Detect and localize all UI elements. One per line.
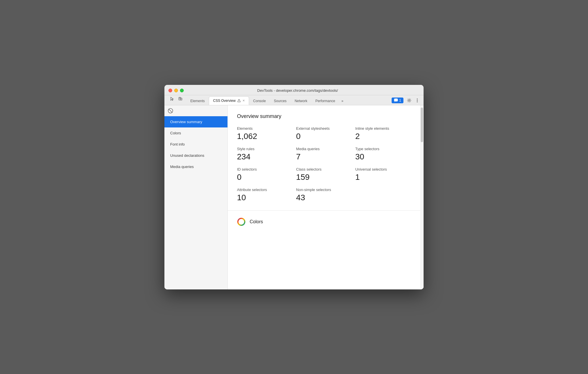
svg-point-6: [417, 98, 418, 99]
stat-elements: Elements 1,062: [237, 126, 296, 141]
stat-style-rules-value: 234: [237, 152, 296, 161]
svg-point-11: [238, 218, 245, 225]
stat-type-selectors-value: 30: [355, 152, 414, 161]
stat-external-stylesheets: External stylesheets 0: [296, 126, 355, 141]
stat-non-simple-selectors-label: Non-simple selectors: [296, 188, 355, 192]
stat-class-selectors-value: 159: [296, 173, 355, 182]
devtools-window: DevTools - developer.chrome.com/tags/dev…: [164, 85, 424, 289]
stat-universal-selectors-value: 1: [355, 173, 414, 182]
sidebar-item-font-info[interactable]: Font info: [164, 139, 227, 150]
svg-point-5: [409, 100, 410, 101]
stat-non-simple-selectors-value: 43: [296, 193, 355, 202]
stat-non-simple-selectors: Non-simple selectors 43: [296, 188, 355, 202]
stat-inline-style-value: 2: [355, 132, 414, 141]
tab-elements[interactable]: Elements: [186, 97, 209, 105]
stat-media-queries-label: Media queries: [296, 147, 355, 151]
stat-class-selectors-label: Class selectors: [296, 167, 355, 171]
stat-inline-style-label: Inline style elements: [355, 126, 414, 131]
stat-external-stylesheets-value: 0: [296, 132, 355, 141]
notification-button[interactable]: 1: [392, 98, 403, 103]
flask-icon: [237, 99, 241, 102]
tab-network[interactable]: Network: [291, 97, 311, 105]
svg-rect-1: [179, 98, 180, 99]
tab-css-overview[interactable]: CSS Overview ✕: [209, 96, 249, 105]
svg-rect-2: [181, 98, 182, 100]
window-title: DevTools - developer.chrome.com/tags/dev…: [187, 88, 408, 93]
svg-point-8: [417, 101, 418, 102]
stats-grid: Elements 1,062 External stylesheets 0 In…: [237, 126, 414, 202]
close-button[interactable]: [168, 89, 172, 92]
sidebar-item-unused-declarations[interactable]: Unused declarations: [164, 150, 227, 161]
tabs-bar: Elements CSS Overview ✕ Console Sources …: [164, 95, 424, 105]
stat-universal-selectors: Universal selectors 1: [355, 167, 414, 182]
devtools-body: Overview summary Colors Font info Unused…: [164, 105, 424, 289]
more-options-button[interactable]: [415, 98, 420, 103]
more-vertical-icon: [417, 98, 418, 103]
svg-line-10: [169, 109, 172, 112]
more-tabs-button[interactable]: »: [339, 97, 346, 105]
stat-attribute-selectors-label: Attribute selectors: [237, 188, 296, 192]
sidebar-item-colors[interactable]: Colors: [164, 127, 227, 139]
device-icon: [178, 97, 183, 101]
stat-style-rules: Style rules 234: [237, 147, 296, 161]
stat-media-queries-value: 7: [296, 152, 355, 161]
main-content: Overview summary Elements 1,062 External…: [228, 105, 424, 289]
svg-point-7: [417, 100, 418, 101]
colors-section-title: Colors: [250, 219, 263, 224]
stat-type-selectors: Type selectors 30: [355, 147, 414, 161]
minimize-button[interactable]: [174, 89, 178, 92]
tab-performance[interactable]: Performance: [311, 97, 339, 105]
scrollbar-thumb[interactable]: [421, 108, 423, 142]
stat-attribute-selectors-value: 10: [237, 193, 296, 202]
block-icon: [168, 108, 173, 113]
sidebar-item-overview-summary[interactable]: Overview summary: [164, 116, 227, 127]
tab-close-icon[interactable]: ✕: [242, 99, 245, 102]
traffic-lights: [168, 89, 184, 92]
stat-id-selectors: ID selectors 0: [237, 167, 296, 182]
sidebar-header: [164, 105, 227, 116]
settings-button[interactable]: [405, 98, 413, 103]
sidebar-nav: Overview summary Colors Font info Unused…: [164, 116, 227, 172]
chat-icon: [394, 98, 398, 102]
cursor-icon: [170, 97, 174, 101]
colors-section: Colors: [228, 211, 424, 233]
stat-elements-label: Elements: [237, 126, 296, 131]
sidebar: Overview summary Colors Font info Unused…: [164, 105, 228, 289]
stat-class-selectors: Class selectors 159: [296, 167, 355, 182]
stat-media-queries: Media queries 7: [296, 147, 355, 161]
colors-ring-icon: [237, 217, 246, 226]
gear-icon: [407, 98, 411, 103]
stat-id-selectors-label: ID selectors: [237, 167, 296, 171]
tab-sources[interactable]: Sources: [270, 97, 291, 105]
cursor-tool-button[interactable]: [168, 95, 176, 103]
sidebar-item-media-queries[interactable]: Media queries: [164, 161, 227, 172]
overview-summary-title: Overview summary: [237, 113, 414, 119]
tool-buttons: [168, 95, 184, 105]
stat-elements-value: 1,062: [237, 132, 296, 141]
stat-universal-selectors-label: Universal selectors: [355, 167, 414, 171]
stat-attribute-selectors: Attribute selectors 10: [237, 188, 296, 202]
stat-style-rules-label: Style rules: [237, 147, 296, 151]
titlebar: DevTools - developer.chrome.com/tags/dev…: [164, 85, 424, 95]
stat-external-stylesheets-label: External stylesheets: [296, 126, 355, 131]
stat-inline-style-elements: Inline style elements 2: [355, 126, 414, 141]
tab-console[interactable]: Console: [249, 97, 270, 105]
stat-id-selectors-value: 0: [237, 173, 296, 182]
svg-rect-4: [394, 99, 398, 101]
device-tool-button[interactable]: [177, 95, 184, 103]
maximize-button[interactable]: [180, 89, 184, 92]
overview-summary-section: Overview summary Elements 1,062 External…: [228, 105, 424, 211]
tab-right-actions: 1: [392, 98, 420, 105]
stat-type-selectors-label: Type selectors: [355, 147, 414, 151]
scrollbar-track: [420, 105, 424, 289]
